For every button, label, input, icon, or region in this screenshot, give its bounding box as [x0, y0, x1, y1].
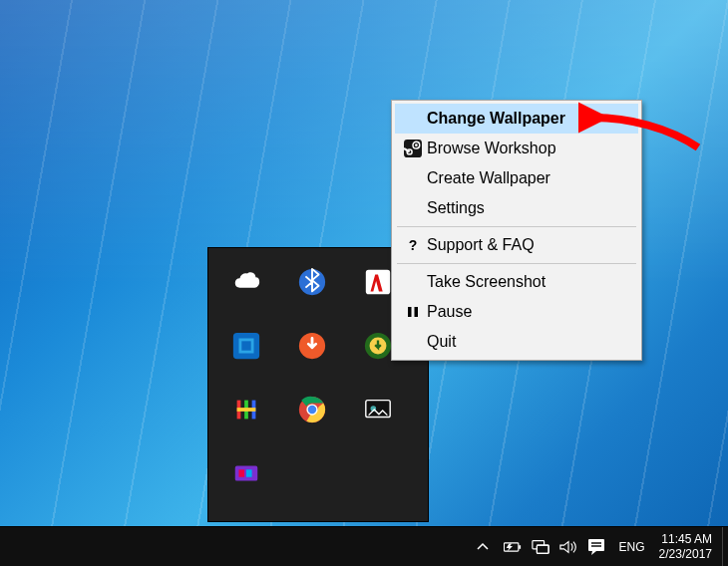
menu-take-screenshot[interactable]: Take Screenshot	[395, 267, 638, 297]
tray-app-hotspot[interactable]	[222, 390, 270, 429]
svg-point-14	[308, 406, 316, 414]
svg-rect-18	[239, 469, 245, 477]
clock-time: 11:45 AM	[659, 532, 712, 546]
tray-app-wallpaper-engine[interactable]	[354, 390, 402, 429]
tray-app-onedrive[interactable]	[222, 262, 270, 302]
desktop[interactable]: Change Wallpaper Browse Workshop Create …	[0, 0, 728, 566]
svg-point-22	[415, 143, 418, 146]
language-text: ENG	[619, 540, 645, 554]
menu-settings[interactable]: Settings	[395, 193, 638, 223]
action-center-icon[interactable]	[587, 538, 605, 556]
tray-overflow-chevron[interactable]	[468, 527, 498, 567]
menu-separator	[397, 263, 636, 264]
svg-rect-20	[404, 140, 422, 157]
battery-icon[interactable]	[504, 538, 522, 556]
show-desktop-button[interactable]	[722, 527, 728, 567]
menu-separator	[397, 226, 636, 227]
tray-app-updater[interactable]	[288, 326, 336, 366]
network-icon[interactable]	[532, 538, 549, 556]
context-menu: Change Wallpaper Browse Workshop Create …	[391, 100, 642, 361]
menu-label: Support & FAQ	[427, 236, 628, 254]
menu-label: Create Wallpaper	[427, 169, 628, 187]
menu-quit[interactable]: Quit	[395, 327, 638, 357]
tray-app-intel-graphics[interactable]	[222, 326, 270, 366]
svg-rect-24	[408, 307, 412, 317]
menu-label: Pause	[427, 303, 628, 321]
menu-label: Take Screenshot	[427, 273, 628, 291]
system-tray	[498, 538, 611, 556]
menu-label: Quit	[427, 333, 628, 351]
tray-app-bluetooth[interactable]	[288, 262, 336, 302]
menu-create-wallpaper[interactable]: Create Wallpaper	[395, 163, 638, 193]
menu-label: Settings	[427, 199, 628, 217]
steam-icon	[399, 140, 427, 157]
language-indicator[interactable]: ENG	[611, 540, 653, 554]
menu-pause[interactable]: Pause	[395, 297, 638, 327]
svg-rect-4	[241, 341, 250, 350]
svg-rect-27	[519, 545, 521, 549]
menu-support-faq[interactable]: ? Support & FAQ	[395, 230, 638, 260]
taskbar-clock[interactable]: 11:45 AM 2/23/2017	[653, 532, 722, 561]
svg-rect-31	[588, 539, 604, 551]
question-icon: ?	[399, 237, 427, 253]
svg-rect-25	[415, 307, 419, 317]
clock-date: 2/23/2017	[659, 547, 712, 561]
menu-label: Change Wallpaper	[427, 110, 628, 128]
svg-rect-11	[237, 408, 256, 412]
svg-rect-29	[537, 545, 548, 553]
svg-rect-19	[246, 469, 252, 477]
menu-change-wallpaper[interactable]: Change Wallpaper	[395, 104, 638, 134]
menu-label: Browse Workshop	[427, 140, 628, 157]
taskbar: ENG 11:45 AM 2/23/2017	[0, 526, 728, 566]
tray-app-media[interactable]	[222, 453, 270, 493]
volume-icon[interactable]	[559, 538, 577, 556]
pause-icon	[399, 305, 427, 319]
menu-browse-workshop[interactable]: Browse Workshop	[395, 134, 638, 163]
tray-app-chrome[interactable]	[288, 390, 336, 429]
